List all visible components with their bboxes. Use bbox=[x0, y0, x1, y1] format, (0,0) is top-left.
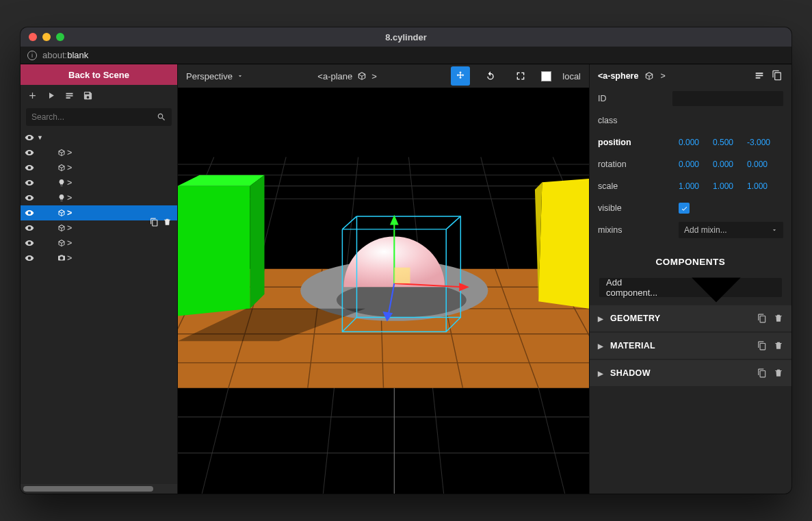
search-input[interactable] bbox=[31, 112, 157, 122]
tree-row[interactable]: > bbox=[21, 220, 177, 236]
tree-row[interactable]: > bbox=[21, 145, 177, 160]
position-label: position bbox=[598, 138, 673, 147]
tree-row[interactable]: > bbox=[21, 236, 177, 251]
scale-z-input[interactable]: 1.000 bbox=[747, 181, 774, 191]
gltf-icon[interactable] bbox=[753, 70, 765, 81]
titlebar: 8.cylinder bbox=[21, 27, 791, 47]
tree-row[interactable]: > bbox=[21, 175, 177, 190]
3d-viewport[interactable] bbox=[178, 88, 589, 494]
position-z-input[interactable]: -3.000 bbox=[747, 138, 774, 147]
scene-tree: ▼ > > > > > > > > bbox=[21, 129, 177, 484]
scale-y-input[interactable]: 1.000 bbox=[713, 181, 740, 191]
visible-checkbox[interactable] bbox=[679, 203, 690, 214]
expand-triangle-icon[interactable]: ▶ bbox=[598, 370, 603, 377]
info-icon[interactable]: i bbox=[27, 51, 37, 60]
visibility-eye-icon[interactable] bbox=[25, 208, 34, 218]
rotation-z-input[interactable]: 0.000 bbox=[747, 160, 774, 169]
prop-rotation-row: rotation 0.000 0.000 0.000 bbox=[590, 153, 791, 175]
search-field[interactable] bbox=[26, 108, 172, 126]
sidebar-scrollbar[interactable] bbox=[21, 484, 177, 494]
id-input[interactable] bbox=[672, 91, 783, 106]
minimize-window-button[interactable] bbox=[42, 33, 51, 41]
prop-visible-row: visible bbox=[590, 197, 791, 219]
component-row[interactable]: ▶ MATERIAL bbox=[590, 333, 791, 359]
light-icon bbox=[57, 194, 66, 202]
window-title: 8.cylinder bbox=[21, 32, 791, 42]
tree-item-label: > bbox=[57, 178, 72, 188]
scale-label: scale bbox=[598, 181, 673, 191]
visibility-eye-icon[interactable] bbox=[25, 238, 34, 248]
add-entity-icon[interactable] bbox=[27, 90, 38, 101]
tree-row[interactable]: > bbox=[21, 190, 177, 205]
box-icon bbox=[57, 164, 66, 172]
save-icon[interactable] bbox=[83, 90, 93, 101]
visibility-eye-icon[interactable] bbox=[25, 163, 34, 173]
translate-tool-button[interactable] bbox=[451, 66, 470, 86]
component-row[interactable]: ▶ GEOMETRY bbox=[590, 305, 791, 331]
back-to-scene-button[interactable]: Back to Scene bbox=[21, 64, 177, 85]
copy-icon[interactable] bbox=[757, 341, 767, 351]
gltf-export-icon[interactable] bbox=[64, 90, 75, 101]
tree-row[interactable]: > bbox=[21, 205, 177, 220]
entity-box-icon bbox=[644, 71, 655, 81]
tree-row[interactable]: > bbox=[21, 160, 177, 175]
inspector-header: <a-sphere > bbox=[590, 64, 791, 88]
box-icon bbox=[57, 149, 66, 157]
scale-x-input[interactable]: 1.000 bbox=[679, 181, 706, 191]
address-bar: i about:blank bbox=[21, 47, 791, 64]
prop-id-row: ID bbox=[590, 88, 791, 110]
camera-mode-label: Perspective bbox=[186, 71, 233, 81]
local-space-label: local bbox=[562, 71, 581, 81]
scale-tool-button[interactable] bbox=[511, 66, 530, 86]
local-space-checkbox[interactable] bbox=[541, 71, 551, 81]
tree-caret[interactable]: ▼ bbox=[37, 134, 42, 141]
tree-item-label: > bbox=[57, 163, 72, 173]
selected-entity-label: <a-sphere bbox=[598, 71, 638, 81]
expand-icon bbox=[515, 71, 526, 81]
prop-class-row: class bbox=[590, 110, 791, 131]
sidebar-toolbar bbox=[21, 85, 177, 105]
copy-icon[interactable] bbox=[757, 314, 767, 323]
position-y-input[interactable]: 0.500 bbox=[713, 138, 740, 147]
tree-row[interactable]: ▼ bbox=[21, 130, 177, 145]
expand-triangle-icon[interactable]: ▶ bbox=[598, 315, 603, 322]
visibility-eye-icon[interactable] bbox=[25, 133, 34, 142]
visibility-eye-icon[interactable] bbox=[25, 178, 34, 188]
play-icon[interactable] bbox=[46, 90, 56, 101]
maximize-window-button[interactable] bbox=[56, 33, 64, 41]
tree-item-label: > bbox=[57, 238, 72, 248]
visibility-eye-icon[interactable] bbox=[25, 253, 34, 263]
visibility-eye-icon[interactable] bbox=[25, 148, 34, 157]
viewport-panel: Perspective <a-plane > local bbox=[178, 64, 589, 494]
id-label: ID bbox=[598, 94, 667, 103]
viewport-selection-label: <a-plane > bbox=[317, 71, 377, 81]
copy-entity-icon[interactable] bbox=[771, 70, 783, 81]
trash-icon[interactable] bbox=[774, 368, 783, 378]
tree-row[interactable]: > bbox=[21, 251, 177, 266]
rotate-tool-button[interactable] bbox=[481, 66, 500, 86]
rotation-y-input[interactable]: 0.000 bbox=[713, 160, 740, 169]
expand-triangle-icon[interactable]: ▶ bbox=[598, 342, 603, 350]
tree-item-label: > bbox=[57, 208, 72, 218]
component-row[interactable]: ▶ SHADOW bbox=[590, 360, 791, 386]
add-component-select[interactable]: Add component... bbox=[599, 278, 782, 297]
entity-box-icon bbox=[356, 71, 367, 81]
tree-item-label: > bbox=[57, 223, 72, 233]
trash-icon[interactable] bbox=[774, 341, 783, 351]
close-window-button[interactable] bbox=[29, 33, 37, 41]
camera-mode-dropdown[interactable]: Perspective bbox=[186, 71, 244, 81]
visibility-eye-icon[interactable] bbox=[25, 223, 34, 233]
trash-icon[interactable] bbox=[774, 314, 783, 323]
move-icon bbox=[455, 71, 466, 81]
scene-graph-sidebar: Back to Scene ▼ > > > > > > > > bbox=[21, 64, 178, 494]
copy-icon[interactable] bbox=[757, 368, 767, 378]
prop-scale-row: scale 1.000 1.000 1.000 bbox=[590, 175, 791, 197]
visibility-eye-icon[interactable] bbox=[25, 193, 34, 203]
tree-item-label: > bbox=[57, 193, 72, 203]
window-controls bbox=[21, 33, 64, 41]
position-x-input[interactable]: 0.000 bbox=[679, 138, 706, 147]
svg-marker-28 bbox=[538, 179, 589, 309]
url-scheme: about: bbox=[42, 50, 67, 60]
rotation-x-input[interactable]: 0.000 bbox=[679, 160, 706, 169]
svg-marker-27 bbox=[250, 175, 264, 309]
